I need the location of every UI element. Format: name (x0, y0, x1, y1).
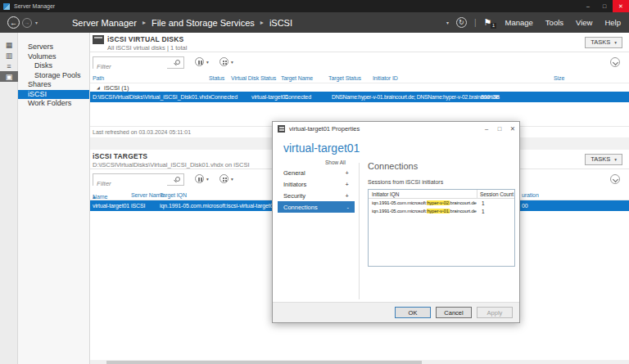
notification-flag-icon[interactable]: ⚑1 (484, 17, 495, 28)
cell-session-count: 1 (482, 209, 485, 214)
expand-icon[interactable]: + (346, 192, 349, 200)
column-partially-hidden[interactable]: uration (522, 192, 539, 198)
sidebar-item-storage-pools[interactable]: Storage Pools (18, 71, 89, 81)
chevron-down-icon: ▾ (206, 60, 209, 65)
tasks-caret-icon: ▾ (614, 157, 617, 162)
cell-initiator-iqn: iqn.1991-05.com.microsoft:hyper-v-01.bra… (372, 209, 477, 213)
column-target-name[interactable]: Target Name (281, 75, 313, 81)
cell-path: D:\iSCSIVirtualDisks\Virtual_iSCSI_Disk0… (93, 94, 211, 100)
column-initiator-iqn[interactable]: Initiator IQN (372, 191, 399, 197)
left-icon-strip: ▦ ▥ ≡ ▣ ▸ (0, 33, 18, 364)
session-row[interactable]: iqn.1991-05.com.microsoft:hyper-v-01.bra… (369, 207, 514, 215)
sessions-label: Sessions from iSCSI initiators (368, 179, 443, 185)
apply-button[interactable]: Apply (477, 307, 513, 318)
grouping-dropdown[interactable]: ▾ (219, 57, 233, 66)
column-divider[interactable] (477, 190, 477, 198)
column-target-iqn[interactable]: Target IQN (160, 192, 187, 198)
cell-partially-hidden: 00 (522, 203, 528, 209)
menu-tools[interactable]: Tools (545, 18, 563, 27)
ok-button[interactable]: OK (395, 307, 431, 318)
virtual-disks-title: iSCSI VIRTUAL DISKS (107, 35, 183, 43)
breadcrumb-file-storage-services[interactable]: File and Storage Services (152, 18, 255, 28)
group-collapse-icon[interactable]: ◢ (97, 85, 100, 90)
grouping-dropdown[interactable]: ▾ (219, 174, 233, 183)
sidebar-item-disks[interactable]: Disks (18, 61, 89, 71)
menu-view[interactable]: View (576, 18, 592, 27)
virtual-disks-subtitle: All iSCSI virtual disks | 1 total (107, 44, 187, 52)
cell-session-count: 1 (482, 200, 485, 206)
navbar-right-cluster: ▾ ↻ | ⚑1 Manage Tools View Help (446, 17, 629, 28)
expand-icon[interactable]: + (346, 169, 349, 177)
saved-filters-dropdown[interactable]: ▾ (195, 57, 209, 66)
session-row[interactable]: iqn.1991-05.com.microsoft:hyper-v-02.bra… (369, 199, 514, 207)
cancel-button[interactable]: Cancel (436, 307, 472, 318)
collapse-icon[interactable]: - (347, 204, 350, 211)
dashboard-icon[interactable]: ▦ (0, 39, 18, 50)
targets-filter-input[interactable] (93, 178, 167, 189)
breadcrumb-server-manager[interactable]: Server Manager (72, 18, 137, 28)
filter-list-icon (195, 174, 204, 183)
horizontal-scrollbar[interactable] (90, 361, 629, 364)
column-session-count[interactable]: Session Count (480, 191, 514, 197)
search-icon (175, 177, 180, 182)
refresh-icon[interactable]: ↻ (456, 17, 467, 28)
targets-subtitle: D:\iSCSIVirtualDisks\Virtual_iSCSI_Disk0… (93, 161, 249, 169)
cell-size: 800 GB (481, 94, 500, 100)
breadcrumb-separator-icon: ▸ (260, 19, 264, 26)
virtual-disks-filter-input[interactable] (93, 61, 167, 72)
breadcrumb-iscsi[interactable]: iSCSI (269, 18, 292, 28)
window-minimize-button[interactable]: – (580, 0, 596, 12)
cell-name: virtual-target01 (93, 203, 129, 209)
window-maximize-button[interactable]: □ (596, 0, 613, 12)
sidebar-item-shares[interactable]: Shares (18, 80, 89, 90)
column-path[interactable]: Path (93, 75, 104, 81)
dialog-nav-general[interactable]: General+ (278, 167, 355, 178)
forward-icon[interactable]: → (22, 18, 32, 28)
virtual-disks-column-headers: Path Status Virtual Disk Status Target N… (90, 74, 629, 83)
notifications-dropdown-icon[interactable]: ▾ (446, 20, 449, 25)
dialog-close-button[interactable]: ✕ (506, 123, 519, 135)
local-server-icon[interactable]: ▥ (0, 50, 18, 61)
chevron-down-icon: ▾ (206, 177, 209, 182)
grouping-icon (219, 174, 229, 183)
column-initiator-id[interactable]: Initiator ID (373, 75, 398, 81)
sidebar-item-work-folders[interactable]: Work Folders (18, 99, 89, 109)
menu-help[interactable]: Help (604, 18, 621, 27)
virtual-disks-group-row[interactable]: ◢ iSCSI (1) (90, 83, 629, 92)
collapse-tile-icon[interactable] (610, 57, 620, 67)
dialog-minimize-button[interactable]: – (480, 123, 493, 135)
back-icon[interactable]: ← (7, 16, 20, 29)
dialog-maximize-button[interactable]: □ (493, 123, 506, 135)
column-status[interactable]: Status (209, 75, 224, 81)
target-properties-dialog: virtual-target01 Properties – □ ✕ virtua… (272, 121, 520, 323)
column-virtual-disk-status[interactable]: Virtual Disk Status (231, 75, 276, 81)
window-titlebar: Server Manager – □ ✕ (0, 0, 629, 12)
sidebar-item-servers[interactable]: Servers (18, 43, 89, 52)
navigation-bar: ← → ▾ Server Manager ▸ File and Storage … (0, 12, 629, 33)
saved-filters-dropdown[interactable]: ▾ (195, 174, 209, 183)
scrollbar-thumb[interactable] (106, 361, 422, 364)
file-storage-services-icon[interactable]: ▣ ▸ (0, 71, 18, 82)
cell-target-status: Connected (284, 94, 311, 100)
window-close-button[interactable]: ✕ (613, 0, 629, 12)
dialog-nav-security[interactable]: Security+ (278, 190, 355, 201)
targets-title: iSCSI TARGETS (93, 152, 147, 160)
targets-tasks-button[interactable]: TASKS ▾ (585, 154, 622, 165)
chevron-down-icon: ▾ (231, 60, 233, 65)
dialog-nav-initiators[interactable]: Initiators+ (278, 178, 355, 190)
history-dropdown-icon[interactable]: ▾ (35, 20, 38, 25)
sidebar-item-iscsi[interactable]: iSCSI (18, 90, 89, 100)
virtual-disk-row[interactable]: D:\iSCSIVirtualDisks\Virtual_iSCSI_Disk0… (90, 92, 629, 102)
expand-icon[interactable]: + (346, 181, 349, 188)
collapse-tile-icon[interactable] (610, 174, 620, 184)
show-all-toggle[interactable]: Show All (325, 160, 346, 165)
all-servers-icon[interactable]: ≡ (0, 61, 18, 71)
column-size[interactable]: Size (554, 75, 564, 81)
menu-manage[interactable]: Manage (505, 18, 533, 27)
column-target-status[interactable]: Target Status (328, 75, 361, 81)
virtual-disks-tasks-button[interactable]: TASKS ▾ (585, 37, 622, 48)
dialog-nav: General+ Initiators+ Security+ Connectio… (278, 167, 355, 213)
dialog-nav-connections[interactable]: Connections- (278, 201, 355, 213)
sidebar-item-volumes[interactable]: Volumes (18, 52, 89, 62)
breadcrumb-separator-icon: ▸ (143, 19, 146, 26)
